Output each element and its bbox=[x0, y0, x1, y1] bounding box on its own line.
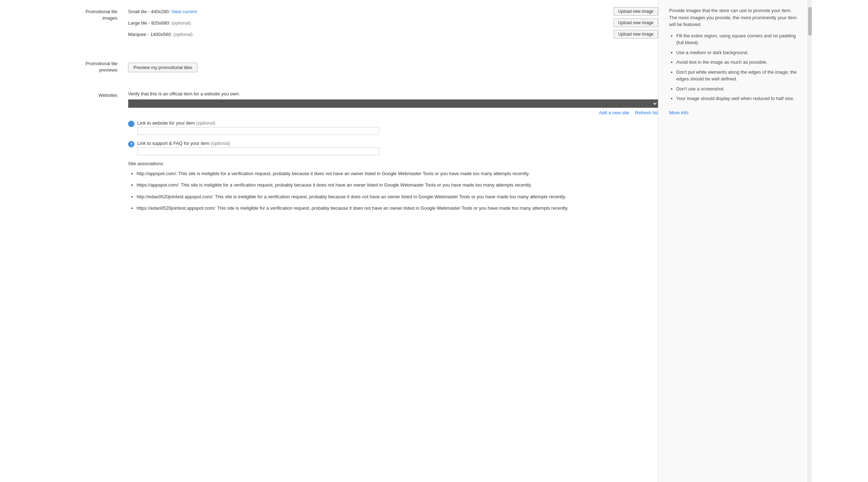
large-tile-label: Large tile - 920x680: (optional) bbox=[128, 20, 614, 26]
sidebar: Provide images that the store can use to… bbox=[658, 0, 808, 482]
add-new-site-link[interactable]: Add a new site bbox=[599, 110, 629, 115]
small-tile-label: Small tile - 440x280: View current bbox=[128, 9, 614, 14]
more-info-link[interactable]: More info bbox=[669, 110, 688, 115]
link-to-support-input[interactable] bbox=[137, 147, 379, 155]
site-select[interactable] bbox=[128, 99, 658, 108]
list-item: Your image should display well when redu… bbox=[676, 95, 797, 102]
site-select-row bbox=[128, 99, 658, 108]
link-to-website-input[interactable] bbox=[137, 127, 379, 135]
view-current-link[interactable]: View current bbox=[171, 9, 197, 14]
scrollbar-thumb[interactable] bbox=[808, 7, 812, 36]
link-to-website-label: Link to website for your item (optional) bbox=[137, 120, 658, 126]
site-links-row: Add a new site Refresh list bbox=[128, 110, 658, 115]
websites-label: Websites bbox=[28, 91, 128, 215]
promotional-tile-images-label: Promotional tileimages bbox=[28, 7, 128, 41]
websites-section: Websites Verify that this is an official… bbox=[28, 91, 658, 215]
site-associations-heading: Site associations: bbox=[128, 161, 658, 166]
large-tile-row: Large tile - 920x680: (optional) Upload … bbox=[128, 19, 658, 27]
list-item: Fill the entire region, using square cor… bbox=[676, 32, 797, 46]
list-item: Don't put white elements along the edges… bbox=[676, 69, 797, 83]
preview-promotional-tiles-button[interactable]: Preview my promotional tiles bbox=[128, 63, 197, 72]
promotional-tile-images-body: Small tile - 440x280: View current Uploa… bbox=[128, 7, 658, 41]
upload-large-tile-button[interactable]: Upload new image bbox=[614, 19, 658, 27]
upload-marquee-tile-button[interactable]: Upload new image bbox=[614, 30, 658, 38]
list-item: Use a medium or dark background. bbox=[676, 49, 797, 56]
small-tile-row: Small tile - 440x280: View current Uploa… bbox=[128, 7, 658, 16]
link-to-website-field-group: Link to website for your item (optional) bbox=[137, 120, 658, 135]
list-item: https://appspot.com/: This site is ineli… bbox=[137, 181, 658, 189]
sidebar-description: Provide images that the store can use to… bbox=[669, 7, 797, 28]
link-to-support-row: ? Link to support & FAQ for your item (o… bbox=[128, 141, 658, 155]
link-to-support-field-group: Link to support & FAQ for your item (opt… bbox=[137, 141, 658, 155]
sidebar-tips-list: Fill the entire region, using square cor… bbox=[669, 32, 797, 102]
refresh-list-link[interactable]: Refresh list bbox=[635, 110, 658, 115]
list-item: Avoid text in the image as much as possi… bbox=[676, 59, 797, 66]
list-item: https://edao0520jointest.appspot.com/: T… bbox=[137, 204, 658, 212]
marquee-tile-label: Marquee - 1400x560: (optional) bbox=[128, 32, 614, 37]
promotional-tile-previews-label: Promotional tilepreviews bbox=[28, 59, 128, 73]
list-item: http://edao0520jointest.appspot.com/: Th… bbox=[137, 193, 658, 201]
scrollbar[interactable] bbox=[808, 0, 812, 482]
link-to-support-label: Link to support & FAQ for your item (opt… bbox=[137, 141, 658, 146]
site-associations-list: http://appspot.com/: This site is inelig… bbox=[128, 170, 658, 212]
websites-body: Verify that this is an official item for… bbox=[128, 91, 658, 215]
question-icon: ? bbox=[128, 141, 134, 147]
marquee-tile-row: Marquee - 1400x560: (optional) Upload ne… bbox=[128, 30, 658, 38]
link-to-website-row: Link to website for your item (optional) bbox=[128, 120, 658, 135]
promotional-tile-previews-body: Preview my promotional tiles bbox=[128, 59, 658, 73]
globe-icon bbox=[128, 121, 134, 127]
list-item: Don't use a screenshot. bbox=[676, 85, 797, 93]
list-item: http://appspot.com/: This site is inelig… bbox=[137, 170, 658, 178]
verify-text: Verify that this is an official item for… bbox=[128, 91, 658, 96]
upload-small-tile-button[interactable]: Upload new image bbox=[614, 7, 658, 16]
